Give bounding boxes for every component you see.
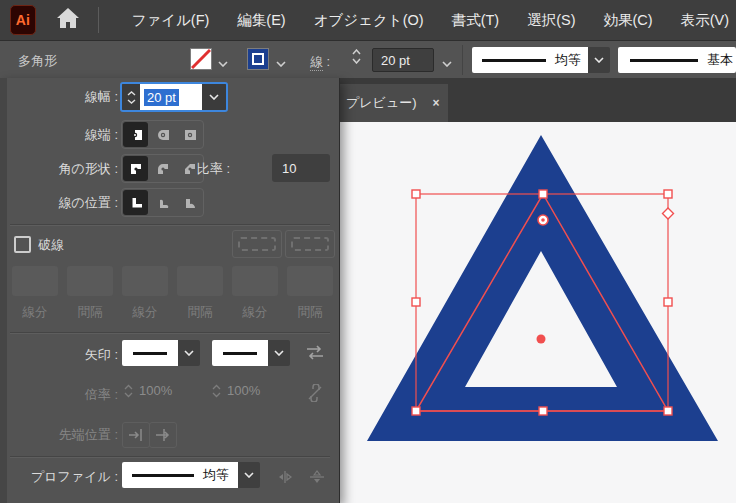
align-stroke-outside-button[interactable] bbox=[177, 190, 202, 215]
arrowhead-start-chevron[interactable] bbox=[178, 340, 200, 366]
tool-name-label: 多角形 bbox=[18, 52, 57, 70]
stroke-weight-chevron[interactable] bbox=[202, 84, 226, 110]
projecting-cap-button[interactable] bbox=[177, 122, 202, 147]
arrowhead-end-select[interactable] bbox=[212, 340, 290, 366]
cap-label: 線端 : bbox=[0, 126, 118, 144]
profile-line-icon bbox=[482, 59, 546, 62]
menu-view[interactable]: 表示(V) bbox=[674, 11, 736, 30]
dashed-line-checkbox[interactable] bbox=[14, 236, 31, 253]
menu-edit[interactable]: 編集(E) bbox=[230, 11, 292, 30]
document-tab[interactable]: プレビュー) × bbox=[340, 84, 448, 122]
flip-along-icon bbox=[272, 464, 298, 490]
menu-effect[interactable]: 効果(C) bbox=[597, 11, 660, 30]
width-profile-chevron[interactable] bbox=[238, 462, 260, 488]
stroke-weight-control[interactable]: 20 pt bbox=[120, 82, 228, 112]
gap-field-1 bbox=[67, 266, 113, 296]
handle-mid-right[interactable] bbox=[664, 298, 672, 306]
width-profile-select[interactable]: 均等 bbox=[122, 462, 260, 488]
handle-mid-left[interactable] bbox=[412, 298, 420, 306]
variable-width-profile-select[interactable]: 均等 bbox=[472, 47, 610, 73]
canvas-graphics bbox=[340, 122, 736, 503]
home-button[interactable] bbox=[56, 7, 80, 33]
dash-field-2 bbox=[122, 266, 168, 296]
stroke-weight-stepper[interactable] bbox=[122, 84, 140, 110]
dashed-line-label: 破線 bbox=[38, 236, 64, 254]
dash-preserve-button[interactable] bbox=[232, 230, 282, 258]
shape-center-point[interactable] bbox=[537, 335, 546, 344]
cap-button-group bbox=[121, 120, 204, 149]
miter-limit-label: 比率 : bbox=[142, 160, 230, 178]
document-tab-bar: プレビュー) × bbox=[340, 78, 736, 122]
arrowhead-end-preview-icon bbox=[223, 352, 257, 355]
profile-chevron[interactable] bbox=[588, 47, 610, 73]
menu-object[interactable]: オブジェクト(O) bbox=[307, 11, 431, 30]
corner-radius-widget[interactable] bbox=[538, 215, 548, 225]
arrowhead-tip-label: 先端位置 : bbox=[0, 426, 118, 444]
arrowhead-end-chevron[interactable] bbox=[268, 340, 290, 366]
swap-arrowheads-button[interactable] bbox=[302, 340, 328, 366]
flip-across-icon bbox=[304, 464, 330, 490]
menu-separator bbox=[98, 7, 99, 33]
stroke-color-swatch[interactable] bbox=[247, 48, 269, 70]
width-profile-label: プロファイル : bbox=[0, 468, 118, 486]
home-icon bbox=[56, 7, 80, 33]
dash-align-button[interactable] bbox=[285, 230, 335, 258]
panel-divider bbox=[10, 456, 330, 458]
dash-preserve-icon bbox=[238, 237, 276, 251]
stroke-width-field[interactable]: 20 pt bbox=[372, 48, 434, 72]
butt-cap-button[interactable] bbox=[123, 122, 148, 147]
brush-line-icon bbox=[630, 59, 698, 62]
dash-field-1 bbox=[12, 266, 58, 296]
arrowhead-scale-label: 倍率 : bbox=[0, 386, 118, 404]
stroke-dropdown-chevron[interactable] bbox=[276, 53, 286, 71]
dash-align-icon bbox=[291, 237, 329, 251]
handle-top-left[interactable] bbox=[412, 190, 420, 198]
menu-select[interactable]: 選択(S) bbox=[520, 11, 582, 30]
handle-top-center[interactable] bbox=[539, 190, 547, 198]
stroke-panel: 線幅 : 20 pt 線端 : 角の形状 : bbox=[0, 78, 340, 503]
stroke-width-chevron[interactable] bbox=[442, 53, 452, 71]
handle-bottom-center[interactable] bbox=[539, 407, 547, 415]
document-tab-label: プレビュー) bbox=[346, 94, 417, 112]
tip-extend-button bbox=[122, 422, 150, 448]
arrowhead-start-preview-icon bbox=[133, 352, 167, 355]
gap-field-3 bbox=[287, 266, 333, 296]
miter-limit-input[interactable]: 10 bbox=[272, 154, 330, 182]
options-toolbar: 多角形 線 : 20 pt 均等 基本 bbox=[0, 40, 736, 79]
dash-label-2: 線分 bbox=[122, 304, 168, 321]
align-stroke-inside-button[interactable] bbox=[150, 190, 175, 215]
dash-label-1: 線分 bbox=[12, 304, 58, 321]
round-cap-button[interactable] bbox=[150, 122, 175, 147]
menu-type[interactable]: 書式(T) bbox=[445, 11, 507, 30]
stroke-weight-input[interactable]: 20 pt bbox=[140, 84, 202, 110]
stroke-width-stepper[interactable] bbox=[352, 49, 361, 64]
menu-file[interactable]: ファイル(F) bbox=[124, 11, 216, 30]
stroke-weight-label: 線幅 : bbox=[0, 88, 118, 106]
align-stroke-center-button[interactable] bbox=[123, 190, 148, 215]
corner-label: 角の形状 : bbox=[0, 160, 118, 178]
link-scales-broken-icon bbox=[302, 380, 328, 406]
arrowhead-scale-start: 100% bbox=[124, 383, 172, 398]
align-stroke-group bbox=[121, 188, 204, 217]
artboard-canvas[interactable] bbox=[340, 122, 736, 503]
toolbar-divider bbox=[462, 45, 463, 75]
brush-definition-select[interactable]: 基本 bbox=[618, 47, 736, 73]
polygon-side-widget-diamond[interactable] bbox=[663, 208, 674, 219]
handle-bottom-right[interactable] bbox=[664, 407, 672, 415]
gap-field-2 bbox=[177, 266, 223, 296]
arrowhead-start-select[interactable] bbox=[122, 340, 200, 366]
tab-close-icon[interactable]: × bbox=[433, 96, 440, 110]
arrowhead-scale-end: 100% bbox=[212, 383, 260, 398]
handle-bottom-left[interactable] bbox=[412, 407, 420, 415]
stroke-panel-link[interactable]: 線 : bbox=[310, 53, 330, 71]
dash-label-3: 線分 bbox=[232, 304, 278, 321]
illustrator-app-icon[interactable]: Ai bbox=[10, 5, 36, 35]
panel-divider bbox=[10, 224, 330, 226]
dash-field-3 bbox=[232, 266, 278, 296]
arrowheads-label: 矢印 : bbox=[0, 346, 118, 364]
gap-label-3: 間隔 bbox=[287, 304, 333, 321]
handle-top-right[interactable] bbox=[664, 190, 672, 198]
triangle-shape[interactable] bbox=[367, 135, 718, 441]
fill-dropdown-chevron[interactable] bbox=[218, 53, 228, 71]
fill-none-swatch[interactable] bbox=[190, 48, 212, 70]
